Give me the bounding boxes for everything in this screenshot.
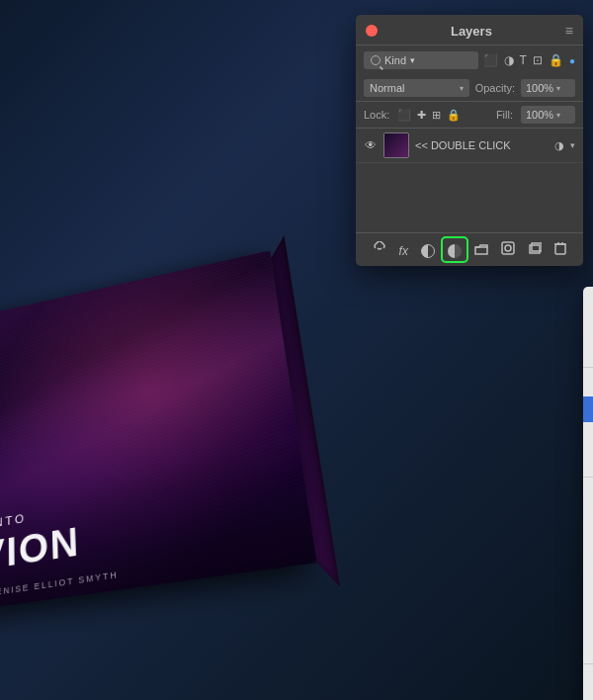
menu-item-gradient[interactable]: Gradient...: [583, 312, 593, 338]
menu-item-vibrance[interactable]: Vibrance...: [583, 481, 593, 506]
layers-panel: Layers ≡ Kind ▾ ⬛ ◑ T ⊡ 🔒 ● Normal ▾: [356, 15, 583, 266]
search-box[interactable]: Kind ▾: [364, 51, 478, 69]
book-cover: INTO VION DENISE ELLIOT SMYTH: [0, 250, 317, 611]
lock-filter-icon[interactable]: 🔒: [549, 53, 563, 67]
fx-label: fx: [399, 244, 408, 258]
link-button[interactable]: [369, 239, 390, 260]
panel-menu-button[interactable]: ≡: [565, 23, 573, 39]
lock-icons: ⬛ ✚ ⊞ 🔒: [397, 109, 488, 122]
add-mask-button[interactable]: [497, 239, 519, 260]
layer-effects-arrow[interactable]: ▾: [570, 140, 575, 150]
kind-label: Kind: [384, 54, 406, 66]
filter-icons: ⬛ ◑ T ⊡ 🔒 ●: [483, 53, 575, 67]
new-layer-button[interactable]: [524, 239, 546, 260]
layer-effects-icon[interactable]: ◑: [554, 139, 564, 152]
color-filter-icon[interactable]: ●: [569, 55, 575, 66]
fill-arrow: ▾: [556, 111, 560, 120]
menu-separator: [583, 477, 593, 478]
menu-item-colorbalance[interactable]: Color Balance...: [583, 532, 593, 558]
new-mask-icon: [421, 244, 435, 258]
opacity-label: Opacity:: [475, 82, 515, 94]
blend-mode-selector[interactable]: Normal ▾: [364, 79, 469, 97]
menu-item-exposure[interactable]: Exposure...: [583, 448, 593, 474]
adjustment-layer-menu: Solid Color...Gradient...Pattern...Brigh…: [583, 287, 593, 700]
menu-item-solidcolor[interactable]: Solid Color...: [583, 287, 593, 312]
layer-item[interactable]: 👁 << DOUBLE CLICK ◑ ▾: [356, 129, 583, 163]
menu-item-levels[interactable]: Levels...: [583, 396, 593, 422]
blend-mode-value: Normal: [370, 82, 456, 94]
svg-point-1: [505, 245, 511, 251]
menu-item-huesaturation[interactable]: Hue/Saturation...: [583, 506, 593, 532]
new-layer-icon: [528, 241, 542, 255]
kind-dropdown-arrow[interactable]: ▾: [410, 55, 415, 65]
delete-layer-button[interactable]: [551, 239, 570, 260]
layer-name: << DOUBLE CLICK: [415, 139, 549, 151]
menu-item-curves[interactable]: Curves...: [583, 422, 593, 448]
layer-thumbnail: [383, 132, 409, 158]
menu-item-photofilter[interactable]: Photo Filter...: [583, 583, 593, 609]
menu-item-brightnesscontrast[interactable]: Brightness/Contrast...: [583, 371, 593, 396]
lock-all-icon[interactable]: 🔒: [447, 109, 461, 122]
opacity-value: 100%: [526, 82, 553, 94]
new-adjustment-button[interactable]: [417, 239, 439, 259]
fill-value: 100%: [526, 109, 553, 121]
lock-row: Lock: ⬛ ✚ ⊞ 🔒 Fill: 100% ▾: [356, 102, 583, 129]
lock-pixels-icon[interactable]: ⬛: [397, 109, 411, 122]
menu-item-invert[interactable]: Invert: [583, 667, 593, 693]
search-row: Kind ▾ ⬛ ◑ T ⊡ 🔒 ●: [356, 45, 583, 75]
search-icon: [371, 55, 381, 65]
link-icon: [373, 241, 386, 255]
fill-label: Fill:: [496, 109, 513, 121]
fill-selector[interactable]: 100% ▾: [521, 106, 575, 124]
layer-thumb-image: [384, 133, 408, 157]
type-filter-icon[interactable]: T: [520, 53, 527, 67]
pixel-filter-icon[interactable]: ⬛: [483, 53, 498, 67]
blend-mode-arrow: ▾: [460, 84, 464, 93]
fx-button[interactable]: fx: [395, 240, 412, 260]
menu-separator: [583, 663, 593, 664]
adjustment-filter-icon[interactable]: ◑: [504, 53, 514, 67]
menu-item-channelmixer[interactable]: Channel Mixer...: [583, 609, 593, 635]
panel-toolbar: fx: [356, 232, 583, 266]
layer-visibility-toggle[interactable]: 👁: [364, 138, 378, 152]
opacity-selector[interactable]: 100% ▾: [521, 79, 575, 97]
book-mockup: INTO VION DENISE ELLIOT SMYTH: [0, 224, 467, 672]
svg-rect-4: [555, 244, 565, 254]
opacity-arrow: ▾: [556, 84, 560, 93]
lock-position-icon[interactable]: ✚: [417, 109, 426, 122]
mask-icon: [501, 241, 515, 255]
panel-close-button[interactable]: [366, 25, 378, 37]
folder-icon: [474, 243, 488, 255]
lock-label: Lock:: [364, 109, 389, 121]
menu-separator: [583, 367, 593, 368]
create-adjustment-layer-button[interactable]: [444, 239, 466, 259]
layers-empty-area: [356, 163, 583, 232]
menu-item-posterize[interactable]: Posterize...: [583, 693, 593, 700]
menu-item-blackwhite[interactable]: Black & White...: [583, 558, 593, 583]
menu-item-pattern[interactable]: Pattern...: [583, 338, 593, 364]
lock-artboard-icon[interactable]: ⊞: [432, 109, 441, 122]
adjustment-layer-icon: [448, 244, 462, 258]
menu-item-colorlookup[interactable]: Color Lookup...: [583, 635, 593, 660]
smart-filter-icon[interactable]: ⊡: [533, 53, 543, 67]
new-group-button[interactable]: [470, 240, 492, 260]
svg-rect-0: [502, 242, 514, 254]
delete-icon: [554, 241, 566, 255]
panel-title: Layers: [378, 24, 565, 39]
panel-title-bar: Layers ≡: [356, 15, 583, 45]
mode-opacity-row: Normal ▾ Opacity: 100% ▾: [356, 75, 583, 102]
